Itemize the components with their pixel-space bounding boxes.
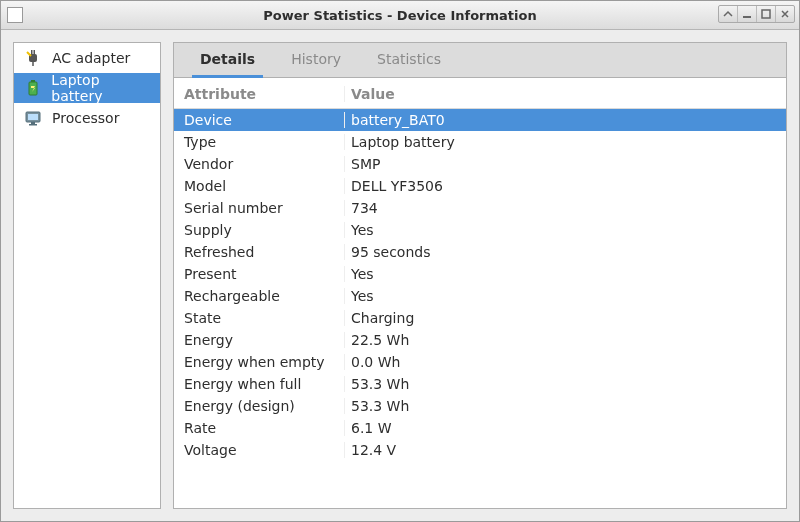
titlebar: Power Statistics - Device Information — [1, 1, 799, 30]
table-row[interactable]: TypeLaptop battery — [174, 131, 786, 153]
cell-value: 53.3 Wh — [344, 376, 776, 392]
cell-attribute: Refreshed — [184, 244, 344, 260]
table-row[interactable]: Energy when empty0.0 Wh — [174, 351, 786, 373]
battery-icon — [22, 77, 43, 99]
window-root: Power Statistics - Device Information AC… — [0, 0, 800, 522]
table-row[interactable]: Energy (design)53.3 Wh — [174, 395, 786, 417]
cell-attribute: Serial number — [184, 200, 344, 216]
table-row[interactable]: Voltage12.4 V — [174, 439, 786, 461]
table-row[interactable]: Devicebattery_BAT0 — [174, 109, 786, 131]
rollup-button[interactable] — [719, 6, 738, 22]
table-row[interactable]: SupplyYes — [174, 219, 786, 241]
cell-attribute: Device — [184, 112, 344, 128]
svg-rect-9 — [31, 122, 35, 124]
sidebar-item-label: Laptop battery — [51, 72, 152, 104]
tab-statistics[interactable]: Statistics — [359, 43, 459, 77]
table-row[interactable]: StateCharging — [174, 307, 786, 329]
cell-value: 22.5 Wh — [344, 332, 776, 348]
table-row[interactable]: Refreshed95 seconds — [174, 241, 786, 263]
sidebar-item-ac-adapter[interactable]: AC adapter — [14, 43, 160, 73]
table-headers: Attribute Value — [174, 78, 786, 109]
maximize-button[interactable] — [757, 6, 776, 22]
table-row[interactable]: RechargeableYes — [174, 285, 786, 307]
cell-value: Yes — [344, 266, 776, 282]
sidebar-item-laptop-battery[interactable]: Laptop battery — [14, 73, 160, 103]
cell-value: Laptop battery — [344, 134, 776, 150]
svg-rect-6 — [31, 80, 35, 82]
cell-value: 53.3 Wh — [344, 398, 776, 414]
table-row[interactable]: Energy22.5 Wh — [174, 329, 786, 351]
cell-attribute: Rate — [184, 420, 344, 436]
cell-value: 95 seconds — [344, 244, 776, 260]
table-row[interactable]: PresentYes — [174, 263, 786, 285]
tabbar: DetailsHistoryStatistics — [174, 43, 786, 78]
cell-attribute: Type — [184, 134, 344, 150]
header-value[interactable]: Value — [344, 86, 776, 102]
table-body[interactable]: Devicebattery_BAT0TypeLaptop batteryVend… — [174, 109, 786, 508]
device-sidebar: AC adapterLaptop batteryProcessor — [13, 42, 161, 509]
table-row[interactable]: Rate6.1 W — [174, 417, 786, 439]
content-area: AC adapterLaptop batteryProcessor Detail… — [1, 30, 799, 521]
svg-rect-10 — [29, 124, 37, 126]
cell-value: 0.0 Wh — [344, 354, 776, 370]
table-row[interactable]: Serial number734 — [174, 197, 786, 219]
window-system-icon — [7, 7, 23, 23]
cell-attribute: Energy — [184, 332, 344, 348]
sidebar-item-label: Processor — [52, 110, 119, 126]
svg-rect-1 — [762, 10, 770, 18]
svg-rect-5 — [29, 82, 37, 95]
cell-attribute: Rechargeable — [184, 288, 344, 304]
close-button[interactable] — [776, 6, 794, 22]
monitor-icon — [22, 107, 44, 129]
window-title: Power Statistics - Device Information — [1, 8, 799, 23]
cell-value: Yes — [344, 288, 776, 304]
cell-value: battery_BAT0 — [344, 112, 776, 128]
tab-details[interactable]: Details — [182, 43, 273, 77]
cell-attribute: Voltage — [184, 442, 344, 458]
svg-rect-3 — [31, 50, 33, 54]
cell-attribute: Present — [184, 266, 344, 282]
sidebar-item-processor[interactable]: Processor — [14, 103, 160, 133]
cell-value: 6.1 W — [344, 420, 776, 436]
cell-attribute: Energy (design) — [184, 398, 344, 414]
cell-attribute: Supply — [184, 222, 344, 238]
cell-value: DELL YF3506 — [344, 178, 776, 194]
plug-icon — [22, 47, 44, 69]
cell-value: 734 — [344, 200, 776, 216]
sidebar-item-label: AC adapter — [52, 50, 130, 66]
header-attribute[interactable]: Attribute — [184, 86, 344, 102]
cell-attribute: State — [184, 310, 344, 326]
cell-attribute: Model — [184, 178, 344, 194]
cell-attribute: Vendor — [184, 156, 344, 172]
cell-attribute: Energy when empty — [184, 354, 344, 370]
svg-rect-8 — [28, 114, 38, 120]
cell-attribute: Energy when full — [184, 376, 344, 392]
minimize-button[interactable] — [738, 6, 757, 22]
cell-value: Yes — [344, 222, 776, 238]
table-row[interactable]: ModelDELL YF3506 — [174, 175, 786, 197]
svg-rect-0 — [743, 16, 751, 18]
cell-value: SMP — [344, 156, 776, 172]
window-controls — [718, 5, 795, 23]
main-panel: DetailsHistoryStatistics Attribute Value… — [173, 42, 787, 509]
cell-value: 12.4 V — [344, 442, 776, 458]
tab-history[interactable]: History — [273, 43, 359, 77]
table-row[interactable]: Energy when full53.3 Wh — [174, 373, 786, 395]
svg-rect-4 — [34, 50, 36, 54]
cell-value: Charging — [344, 310, 776, 326]
table-row[interactable]: VendorSMP — [174, 153, 786, 175]
